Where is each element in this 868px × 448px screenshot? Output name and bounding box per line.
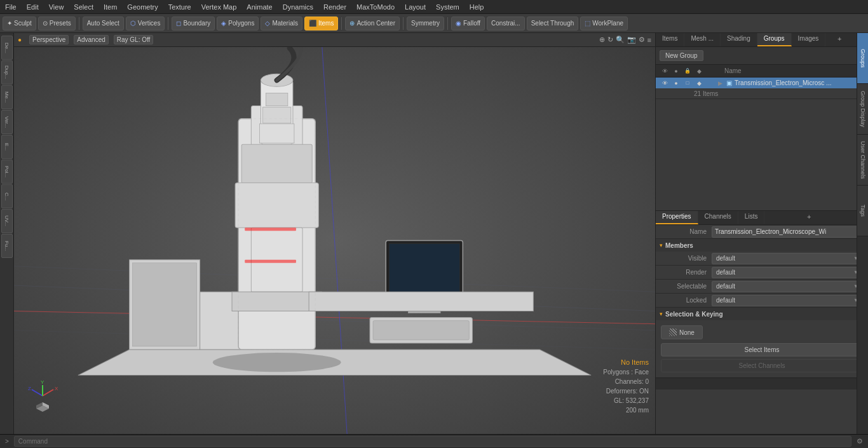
group-lock-icon[interactable]: □ (682, 80, 693, 86)
svg-rect-22 (232, 292, 322, 311)
command-input[interactable] (14, 436, 851, 447)
col-lock: 🔒 (682, 68, 693, 74)
svg-rect-17 (262, 107, 290, 123)
group-key-icon[interactable]: ◆ (694, 80, 704, 86)
menu-item[interactable]: Item (98, 2, 122, 12)
viewport-settings-icon[interactable]: ⚙ (639, 36, 645, 44)
viewport-advanced-dropdown[interactable]: Advanced (74, 35, 108, 44)
name-input[interactable]: Transmission_Electron_Microscope_Wi (712, 226, 863, 238)
sidebar-tab-7[interactable]: UV... (1, 209, 13, 233)
viewport-refresh-icon[interactable]: ↻ (607, 36, 613, 44)
auto-select-button[interactable]: Auto Select (83, 17, 124, 31)
sidebar-tab-0[interactable]: De... (1, 36, 13, 60)
svg-rect-18 (259, 124, 294, 143)
select-channels-button[interactable]: Select Channels (661, 359, 863, 372)
menu-select[interactable]: Select (69, 2, 98, 12)
menu-layout[interactable]: Layout (400, 2, 431, 12)
group-row[interactable]: 👁 ● □ ◆ ▶ ▣ Transmission_Electron_Micros… (656, 78, 868, 88)
constrain-button[interactable]: Constrai... (487, 17, 525, 31)
action-center-button[interactable]: ⊕ Action Center (345, 17, 400, 31)
group-eye-icon[interactable]: 👁 (660, 80, 670, 86)
action-center-icon: ⊕ (349, 20, 355, 27)
tab-items[interactable]: Items (656, 33, 684, 46)
menu-texture[interactable]: Texture (163, 2, 196, 12)
menu-animate[interactable]: Animate (241, 2, 277, 12)
viewport-canvas[interactable]: No Items Polygons : Face Channels: 0 Def… (14, 47, 655, 434)
sidebar-tab-1[interactable]: Dup... (1, 60, 13, 85)
viewport-icons: ⊕ ↻ 🔍 📷 ⚙ ≡ (599, 36, 651, 44)
menu-help[interactable]: Help (465, 2, 489, 12)
viewport-camera-icon[interactable]: 📷 (627, 36, 636, 44)
right-tab-tags[interactable]: Tags (857, 186, 868, 236)
new-group-button[interactable]: New Group (660, 50, 703, 61)
tab-lists[interactable]: Lists (738, 211, 765, 224)
tab-properties[interactable]: Properties (656, 211, 698, 224)
sculpt-button[interactable]: ✦ Sculpt (3, 17, 36, 31)
viewport-mode-dropdown[interactable]: Perspective (29, 35, 69, 44)
viewport-raygl-dropdown[interactable]: Ray GL: Off (114, 35, 154, 44)
viewport-move-icon[interactable]: ⊕ (599, 36, 605, 44)
sel-keying-section-header[interactable]: ▾ Selection & Keying (656, 308, 868, 320)
group-render-icon[interactable]: ● (671, 80, 681, 86)
none-button[interactable]: None (661, 325, 703, 339)
tab-groups[interactable]: Groups (757, 33, 792, 46)
sidebar-tab-2[interactable]: Me... (1, 85, 13, 109)
toolbar-sep-4 (403, 17, 403, 30)
sidebar-tab-8[interactable]: Fu... (1, 234, 13, 258)
props-add-btn[interactable]: + (803, 211, 815, 224)
sidebar-tab-6[interactable]: C... (1, 184, 13, 208)
channels-stat: Channels: 0 (603, 377, 649, 386)
menu-view[interactable]: View (44, 2, 69, 12)
viewport-more-icon[interactable]: ≡ (648, 36, 651, 44)
polygons-icon: ◈ (221, 20, 226, 27)
sidebar-tab-5[interactable]: Pol... (1, 160, 13, 184)
workplane-icon: ⬚ (585, 20, 590, 27)
panel-tab-add[interactable]: + (834, 33, 845, 46)
locked-dropdown[interactable]: default ▼ (712, 295, 863, 306)
menu-vertexmap[interactable]: Vertex Map (196, 2, 242, 12)
tab-images[interactable]: Images (792, 33, 826, 46)
members-toggle-icon: ▾ (660, 242, 663, 248)
workplane-button[interactable]: ⬚ WorkPlane (580, 17, 628, 31)
items-icon: ⬛ (309, 20, 316, 27)
selectable-dropdown[interactable]: default ▼ (712, 281, 863, 292)
render-dropdown[interactable]: default ▼ (712, 267, 863, 278)
tab-channels[interactable]: Channels (698, 211, 738, 224)
tab-shading[interactable]: Shading (721, 33, 757, 46)
menu-edit[interactable]: Edit (22, 2, 44, 12)
right-side-tabs: Groups Group Display User Channels Tags (857, 33, 868, 448)
main-layout: De... Dup... Me... Ver... E... Pol... C.… (0, 33, 868, 448)
symmetry-button[interactable]: Symmetry (407, 17, 444, 31)
sidebar-tab-3[interactable]: Ver... (1, 110, 13, 134)
command-settings-icon[interactable]: ⚙ (857, 437, 863, 445)
svg-text:Z: Z (28, 386, 31, 391)
members-section-header[interactable]: ▾ Members (656, 239, 868, 252)
select-items-button[interactable]: Select Items (661, 343, 863, 356)
prop-render-value: default ▼ (712, 267, 863, 278)
falloff-button[interactable]: ◉ Falloff (451, 17, 485, 31)
right-tab-group-display[interactable]: Group Display (857, 84, 868, 135)
sidebar-tab-4[interactable]: E... (1, 135, 13, 159)
none-row: None (661, 325, 863, 339)
visible-dropdown[interactable]: default ▼ (712, 253, 863, 264)
select-through-button[interactable]: Select Through (527, 17, 579, 31)
vertices-button[interactable]: ⬡ Vertices (126, 17, 165, 31)
menu-geometry[interactable]: Geometry (122, 2, 163, 12)
menu-maxtomodo[interactable]: MaxToModo (351, 2, 400, 12)
presets-button[interactable]: ⊙ Presets (38, 17, 76, 31)
menu-file[interactable]: File (0, 2, 22, 12)
viewport-area: ● Perspective Advanced Ray GL: Off ⊕ ↻ 🔍… (14, 33, 655, 448)
tab-mesh[interactable]: Mesh ... (684, 33, 721, 46)
right-tab-groups[interactable]: Groups (857, 33, 868, 84)
polygons-button[interactable]: ◈ Polygons (217, 17, 259, 31)
right-tab-user-channels[interactable]: User Channels (857, 135, 868, 186)
items-button[interactable]: ⬛ Items (304, 17, 338, 31)
boundary-button[interactable]: ◻ Boundary (172, 17, 215, 31)
menu-render[interactable]: Render (318, 2, 351, 12)
menu-dynamics[interactable]: Dynamics (278, 2, 318, 12)
menu-system[interactable]: System (431, 2, 465, 12)
prop-locked-value: default ▼ (712, 295, 863, 306)
materials-button[interactable]: ◇ Materials (261, 17, 302, 31)
viewport-zoom-icon[interactable]: 🔍 (616, 36, 625, 44)
svg-text:Y: Y (41, 380, 44, 385)
